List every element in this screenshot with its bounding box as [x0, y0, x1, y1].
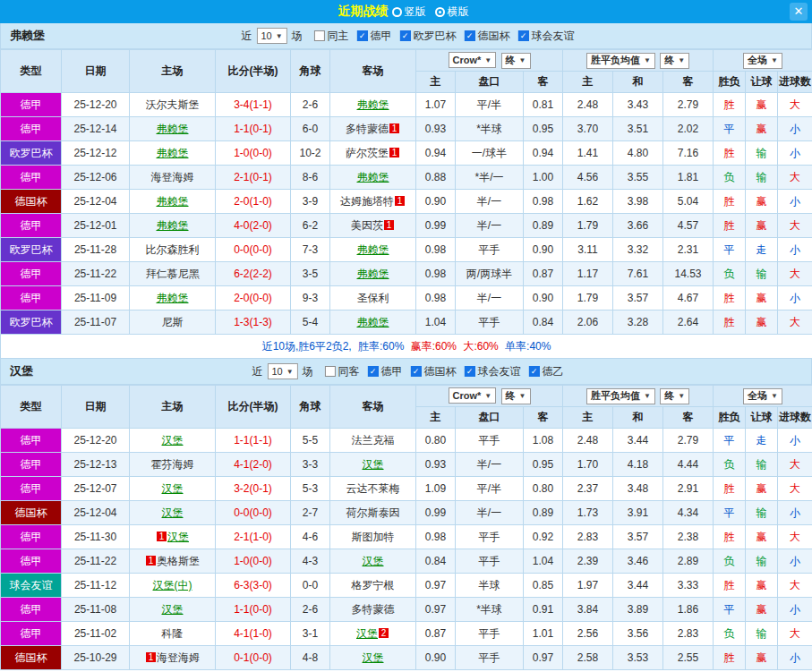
away-team-link[interactable]: 汉堡	[356, 627, 378, 640]
corners: 8-6	[291, 166, 330, 190]
home-team-link[interactable]: 海登海姆	[151, 171, 194, 183]
home-team-link[interactable]: 霍芬海姆	[151, 458, 194, 471]
home-team-link[interactable]: 汉堡(中)	[153, 579, 192, 591]
home-team-link[interactable]: 海登海姆	[157, 651, 200, 664]
home-team-link[interactable]: 汉堡	[167, 531, 189, 543]
asian-home-odds: 0.99	[416, 501, 456, 525]
away-team-link[interactable]: 汉堡	[363, 458, 384, 471]
europe-time-select[interactable]: 终▼	[660, 53, 689, 69]
away-team-link[interactable]: 弗赖堡	[357, 171, 389, 183]
home-team-link[interactable]: 弗赖堡	[157, 292, 189, 304]
asian-home-odds: 0.84	[416, 549, 456, 574]
asian-home-odds: 1.09	[416, 477, 456, 501]
europe-mean-select[interactable]: 胜平负均值▼	[586, 388, 655, 404]
away-team-link[interactable]: 弗赖堡	[357, 243, 389, 256]
home-team-link[interactable]: 科隆	[162, 627, 184, 640]
home-team-link[interactable]: 弗赖堡	[157, 195, 189, 208]
same-venue-checkbox-icon[interactable]	[314, 30, 325, 41]
close-button[interactable]: ✕	[790, 3, 808, 21]
league-filter[interactable]: ✓德甲	[357, 29, 392, 44]
home-team-link[interactable]: 弗赖堡	[157, 123, 189, 135]
same-venue-checkbox-icon[interactable]	[325, 366, 336, 377]
away-team-link[interactable]: 法兰克福	[352, 434, 395, 447]
away-team-link[interactable]: 圣保利	[357, 292, 389, 304]
home-team-link[interactable]: 弗赖堡	[157, 219, 189, 232]
horizontal-layout-radio-icon[interactable]	[435, 7, 445, 17]
home-team-link[interactable]: 汉堡	[162, 506, 184, 519]
result-goals: 小	[778, 238, 812, 262]
league-filter[interactable]: ✓德国杯	[465, 29, 510, 44]
asian-home-odds: 0.98	[416, 238, 456, 262]
result-handicap: 输	[746, 166, 778, 190]
away-team-link[interactable]: 汉堡	[363, 555, 384, 567]
home-team-link[interactable]: 尼斯	[162, 316, 184, 328]
match-row: 德甲 25-11-09 弗赖堡 2-0(0-0) 9-3 圣保利 0.98 半/…	[1, 286, 812, 310]
odds-company-select[interactable]: Crow*▼	[449, 52, 497, 68]
away-team-cell: 美因茨1	[330, 214, 416, 238]
league-badge: 德甲	[1, 286, 62, 310]
checkbox-checked-icon[interactable]: ✓	[465, 366, 475, 377]
away-team-link[interactable]: 弗赖堡	[357, 316, 389, 328]
league-filter[interactable]: ✓球会友谊	[518, 29, 575, 44]
red-card-badge: 1	[384, 220, 394, 230]
checkbox-checked-icon[interactable]: ✓	[411, 366, 422, 377]
match-count-select[interactable]: 10▼	[267, 363, 297, 379]
match-date: 25-12-04	[62, 190, 130, 214]
league-filter[interactable]: ✓德甲	[368, 364, 403, 379]
result-handicap: 赢	[746, 574, 778, 598]
league-filter[interactable]: ✓德乙	[529, 364, 564, 379]
same-venue-filter[interactable]: 同客	[325, 364, 360, 379]
home-team-link[interactable]: 汉堡	[162, 482, 184, 495]
europe-mean-select[interactable]: 胜平负均值▼	[586, 53, 655, 69]
home-team-link[interactable]: 比尔森胜利	[146, 243, 200, 256]
odds-company-select[interactable]: Crow*▼	[449, 387, 497, 404]
home-team-link[interactable]: 汉堡	[162, 434, 184, 447]
home-team-link[interactable]: 拜仁慕尼黑	[146, 268, 200, 280]
away-team-link[interactable]: 格罗宁根	[352, 579, 395, 591]
home-team-link[interactable]: 弗赖堡	[157, 147, 189, 159]
away-team-link[interactable]: 斯图加特	[352, 531, 395, 543]
chevron-down-icon: ▼	[276, 32, 283, 40]
match-count-select[interactable]: 10▼	[256, 28, 286, 44]
checkbox-checked-icon[interactable]: ✓	[518, 30, 529, 41]
odds-time-select[interactable]: 终▼	[501, 388, 531, 404]
checkbox-checked-icon[interactable]: ✓	[465, 30, 475, 41]
result-goals: 大	[778, 525, 812, 549]
league-filter[interactable]: ✓德国杯	[411, 364, 457, 379]
away-team-link[interactable]: 弗赖堡	[357, 268, 389, 280]
euro-draw-odds: 3.44	[613, 429, 663, 453]
away-team-link[interactable]: 云达不莱梅	[346, 482, 400, 495]
home-team-link[interactable]: 奥格斯堡	[157, 555, 200, 567]
away-team-link[interactable]: 达姆施塔特	[340, 195, 394, 208]
away-team-link[interactable]: 萨尔茨堡	[346, 147, 389, 159]
away-team-link[interactable]: 多特蒙德	[346, 123, 389, 135]
scope-select[interactable]: 全场▼	[743, 388, 782, 404]
checkbox-checked-icon[interactable]: ✓	[400, 30, 411, 41]
checkbox-checked-icon[interactable]: ✓	[368, 366, 379, 377]
match-row: 德甲 25-11-22 1奥格斯堡 1-0(0-0) 4-3 汉堡 0.84 平…	[1, 549, 812, 574]
col-away: 客场	[330, 386, 416, 429]
same-venue-filter[interactable]: 同主	[314, 29, 349, 44]
odds-company-value: Crow*	[453, 390, 482, 401]
away-team-link[interactable]: 弗赖堡	[357, 98, 389, 111]
away-team-link[interactable]: 多特蒙德	[352, 603, 395, 616]
scope-select[interactable]: 全场▼	[743, 53, 782, 69]
vertical-layout-radio-icon[interactable]	[392, 7, 402, 17]
away-team-link[interactable]: 荷尔斯泰因	[346, 506, 400, 519]
horizontal-layout-label[interactable]: 横版	[448, 4, 469, 20]
home-team-link[interactable]: 汉堡	[162, 603, 184, 616]
vertical-layout-label[interactable]: 竖版	[405, 4, 426, 20]
result-goals: 小	[778, 549, 812, 574]
checkbox-checked-icon[interactable]: ✓	[357, 30, 368, 41]
league-filter[interactable]: ✓球会友谊	[465, 364, 521, 379]
away-team-link[interactable]: 汉堡	[363, 651, 384, 664]
odds-time-select[interactable]: 终▼	[501, 53, 531, 69]
league-filter[interactable]: ✓欧罗巴杯	[400, 29, 457, 44]
checkbox-checked-icon[interactable]: ✓	[529, 366, 540, 377]
europe-time-select[interactable]: 终▼	[660, 388, 689, 404]
match-row: 德甲 25-11-02 科隆 4-1(1-0) 3-1 汉堡2 0.87 平手 …	[1, 622, 812, 646]
europe-time-value: 终	[664, 54, 674, 67]
away-team-link[interactable]: 美因茨	[351, 219, 383, 232]
home-team-link[interactable]: 沃尔夫斯堡	[146, 98, 200, 111]
team-name: 弗赖堡	[1, 28, 45, 44]
